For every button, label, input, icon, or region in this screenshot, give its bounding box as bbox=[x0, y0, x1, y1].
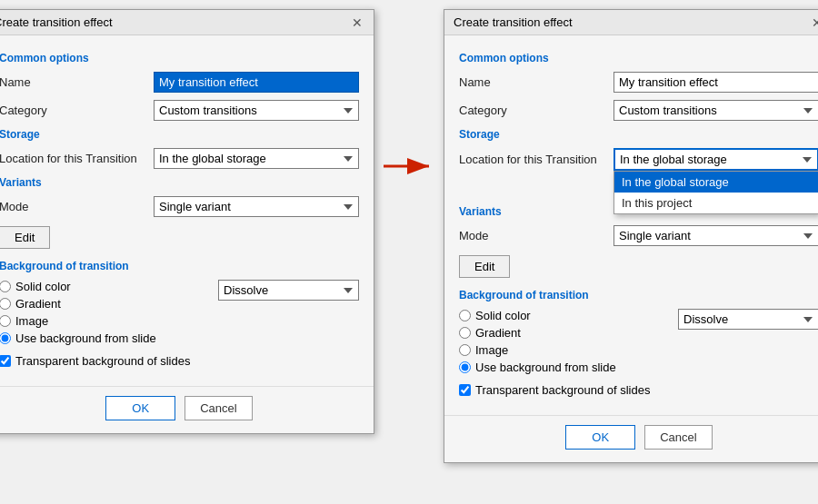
right-name-row: Name My transition effect bbox=[459, 72, 818, 93]
transition-arrow bbox=[382, 150, 436, 183]
left-category-row: Category Custom transitions bbox=[0, 100, 359, 121]
right-dialog-title: Create transition effect bbox=[454, 15, 573, 29]
left-radio-solid[interactable]: Solid color bbox=[0, 280, 209, 293]
left-radio-gradient[interactable]: Gradient bbox=[0, 297, 209, 311]
right-dialog-close[interactable]: ✕ bbox=[810, 16, 818, 29]
right-radio-solid[interactable]: Solid color bbox=[459, 309, 669, 322]
right-bg-right: Dissolve bbox=[678, 309, 818, 330]
right-edit-btn-wrapper: Edit bbox=[459, 253, 818, 283]
right-location-row: Location for this Transition In the glob… bbox=[459, 148, 818, 171]
left-location-control: In the global storage In this project bbox=[154, 148, 359, 169]
right-radio-group: Solid color Gradient Image Use backgroun… bbox=[459, 309, 669, 374]
right-dropdown-item-global[interactable]: In the global storage bbox=[614, 172, 818, 193]
right-mode-control: Single variant bbox=[614, 225, 818, 246]
right-transparent-label: Transparent background of slides bbox=[475, 383, 650, 397]
left-name-control: My transition effect bbox=[154, 72, 359, 93]
arrow-wrapper bbox=[382, 150, 436, 183]
right-bg-row: Solid color Gradient Image Use backgroun… bbox=[459, 309, 818, 378]
left-bg-section-title: Background of transition bbox=[0, 260, 359, 272]
right-name-control: My transition effect bbox=[614, 72, 818, 93]
left-dialog-title: Create transition effect bbox=[0, 15, 113, 29]
right-mode-select[interactable]: Single variant bbox=[614, 225, 818, 246]
right-radio-slide[interactable]: Use background from slide bbox=[459, 361, 669, 374]
left-bg-row: Solid color Gradient Image Use backgroun… bbox=[0, 280, 359, 349]
left-name-label: Name bbox=[0, 75, 154, 89]
right-category-label: Category bbox=[459, 104, 614, 117]
right-bg-section-title: Background of transition bbox=[459, 289, 818, 301]
right-bg-left: Solid color Gradient Image Use backgroun… bbox=[459, 309, 669, 378]
left-dissolve-select[interactable]: Dissolve bbox=[218, 280, 359, 301]
left-cancel-button[interactable]: Cancel bbox=[185, 396, 252, 420]
left-common-section-title: Common options bbox=[0, 52, 359, 64]
left-transparent-checkbox[interactable] bbox=[0, 355, 11, 367]
right-dropdown-item-project[interactable]: In this project bbox=[614, 193, 818, 213]
left-dialog-content: Common options Name My transition effect… bbox=[0, 35, 374, 380]
left-edit-btn-wrapper: Edit bbox=[0, 224, 359, 254]
left-location-select[interactable]: In the global storage In this project bbox=[154, 148, 359, 169]
right-location-label: Location for this Transition bbox=[459, 153, 614, 166]
right-ok-button[interactable]: OK bbox=[565, 425, 635, 450]
right-category-row: Category Custom transitions bbox=[459, 100, 818, 121]
right-edit-button[interactable]: Edit bbox=[459, 255, 510, 278]
right-transparent-checkbox[interactable] bbox=[459, 384, 471, 396]
right-cancel-button[interactable]: Cancel bbox=[644, 425, 712, 450]
left-location-row: Location for this Transition In the glob… bbox=[0, 148, 359, 169]
left-edit-button[interactable]: Edit bbox=[0, 226, 50, 249]
right-dialog: Create transition effect ✕ Common option… bbox=[444, 9, 818, 463]
right-dissolve-select[interactable]: Dissolve bbox=[678, 309, 818, 330]
left-dialog: Create transition effect ✕ Common option… bbox=[0, 9, 374, 434]
right-transparent-checkbox-row[interactable]: Transparent background of slides bbox=[459, 383, 818, 397]
left-dialog-footer: OK Cancel bbox=[0, 386, 374, 433]
right-radio-image[interactable]: Image bbox=[459, 343, 669, 357]
right-location-select[interactable]: In the global storage In this project bbox=[614, 148, 818, 171]
left-radio-slide[interactable]: Use background from slide bbox=[0, 331, 209, 345]
left-mode-control: Single variant bbox=[154, 196, 359, 217]
left-mode-label: Mode bbox=[0, 200, 154, 213]
left-name-row: Name My transition effect bbox=[0, 72, 359, 93]
left-radio-image[interactable]: Image bbox=[0, 314, 209, 328]
left-transparent-label: Transparent background of slides bbox=[15, 354, 190, 368]
right-dialog-wrapper: Create transition effect ✕ Common option… bbox=[444, 9, 818, 463]
left-transparent-checkbox-row[interactable]: Transparent background of slides bbox=[0, 354, 359, 368]
right-category-select[interactable]: Custom transitions bbox=[614, 100, 818, 121]
right-radio-gradient[interactable]: Gradient bbox=[459, 326, 669, 340]
left-storage-section-title: Storage bbox=[0, 128, 359, 141]
left-bg-left: Solid color Gradient Image Use backgroun… bbox=[0, 280, 209, 349]
left-category-select[interactable]: Custom transitions bbox=[154, 100, 359, 121]
left-mode-row: Mode Single variant bbox=[0, 196, 359, 217]
left-bg-right: Dissolve bbox=[218, 280, 359, 301]
right-location-dropdown: In the global storage In this project bbox=[614, 171, 818, 214]
left-category-control: Custom transitions bbox=[154, 100, 359, 121]
left-dialog-titlebar: Create transition effect ✕ bbox=[0, 10, 374, 35]
right-dialog-titlebar: Create transition effect ✕ bbox=[444, 10, 818, 35]
left-name-input[interactable]: My transition effect bbox=[154, 72, 359, 93]
right-mode-label: Mode bbox=[459, 229, 614, 242]
right-location-control: In the global storage In this project In… bbox=[614, 148, 818, 171]
right-name-input[interactable]: My transition effect bbox=[614, 72, 818, 93]
left-mode-select[interactable]: Single variant bbox=[154, 196, 359, 217]
left-radio-group: Solid color Gradient Image Use backgroun… bbox=[0, 280, 209, 345]
right-category-control: Custom transitions bbox=[614, 100, 818, 121]
left-ok-button[interactable]: OK bbox=[105, 396, 175, 420]
right-name-label: Name bbox=[459, 75, 614, 89]
left-dialog-close[interactable]: ✕ bbox=[350, 16, 364, 29]
right-dialog-content: Common options Name My transition effect… bbox=[444, 35, 818, 410]
right-mode-row: Mode Single variant bbox=[459, 225, 818, 246]
left-location-label: Location for this Transition bbox=[0, 152, 154, 165]
left-category-label: Category bbox=[0, 104, 154, 117]
right-dialog-footer: OK Cancel bbox=[444, 415, 818, 462]
right-common-section-title: Common options bbox=[459, 52, 818, 64]
left-variants-section-title: Variants bbox=[0, 176, 359, 189]
right-storage-section-title: Storage bbox=[459, 128, 818, 141]
